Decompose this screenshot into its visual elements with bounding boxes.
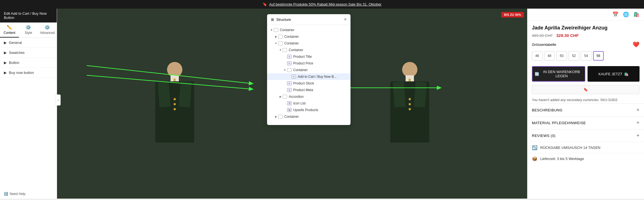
wishlist-button[interactable]: 🔖 bbox=[532, 85, 640, 94]
accordion-reviews[interactable]: REVIEWS (0) + bbox=[527, 129, 644, 142]
tab-content[interactable]: ✏️ Content bbox=[0, 22, 19, 38]
add-to-cart-row: 🔄 IN DEN WARENKORB LEGEN KAUFE JETZT 🛍️ bbox=[527, 64, 644, 84]
menu-item-button[interactable]: ▶ Button bbox=[0, 58, 57, 68]
cart-btn-label: IN DEN WARENKORB LEGEN bbox=[541, 70, 583, 78]
icon-product-price: ≡ bbox=[287, 61, 292, 65]
globe-icon[interactable]: 🌐 bbox=[623, 11, 629, 18]
tree-upsells-products[interactable]: 🛍 Upsells Products bbox=[267, 107, 351, 113]
tab-advanced-label: Advanced bbox=[40, 31, 55, 35]
structure-close-button[interactable]: × bbox=[344, 17, 347, 22]
buy-btn-icon: 🛍️ bbox=[624, 72, 628, 76]
sidebar-header: Edit Add to Cart / Buy Now Button bbox=[0, 9, 57, 22]
tree-add-to-cart[interactable]: ≡ Add to Cart / Buy Now B... bbox=[267, 73, 351, 80]
lieferzeit-text: Lieferzeit: 3 bis 5 Werktage bbox=[540, 157, 584, 161]
accordion-material[interactable]: MATERIAL PFLEGEHINWEISE + bbox=[527, 116, 644, 129]
label-container4: Container bbox=[289, 48, 303, 52]
label-container5: Container bbox=[293, 68, 308, 72]
toggle-container4[interactable]: ▼ bbox=[278, 48, 283, 52]
tree-product-stock[interactable]: ≡ Product Stock bbox=[267, 80, 351, 87]
tree-container4[interactable]: ▼ Container bbox=[267, 47, 351, 53]
toggle-accordion[interactable]: ▶ bbox=[278, 94, 283, 99]
structure-grid-icon: ⊞ bbox=[271, 18, 274, 22]
label-container2: Container bbox=[284, 35, 299, 39]
tree-container1[interactable]: ▼ Container bbox=[267, 27, 351, 33]
size-table-row: Grössentabelle ❤️ bbox=[527, 40, 644, 50]
buy-now-button[interactable]: KAUFE JETZT 🛍️ bbox=[588, 66, 640, 82]
toggle-container2[interactable]: ▶ bbox=[274, 34, 278, 39]
price-sale: 328.30 CHF bbox=[556, 33, 579, 38]
info-row-lieferzeit: 📦 Lieferzeit: 3 bis 5 Werktage bbox=[527, 153, 644, 164]
calendar-icon[interactable]: 📅 bbox=[612, 11, 618, 18]
hamburger-line-2 bbox=[60, 15, 66, 15]
icon-container6 bbox=[278, 115, 283, 119]
add-to-cart-button[interactable]: 🔄 IN DEN WARENKORB LEGEN bbox=[532, 66, 585, 82]
cart-panel-icon[interactable]: 🛍️ bbox=[633, 11, 640, 18]
icon-product-title: ≡ bbox=[287, 55, 292, 59]
label-product-meta: Product Meta bbox=[293, 88, 313, 92]
help-label[interactable]: Need Help bbox=[10, 192, 26, 196]
tree-container6[interactable]: ▶ Container bbox=[267, 113, 351, 120]
canvas-area: BIS ZU 30% bbox=[57, 9, 527, 199]
icon-product-meta: ≡ bbox=[287, 88, 292, 92]
size-btn-46[interactable]: 46 bbox=[532, 51, 542, 61]
menu-item-buy-now[interactable]: ▶ Buy now button bbox=[0, 68, 57, 78]
advanced-icon: ⚙️ bbox=[45, 25, 50, 30]
icon-container5 bbox=[287, 68, 292, 72]
structure-panel: ⊞ Structure × ▼ Container ▶ Container bbox=[267, 14, 351, 125]
hamburger-line-3 bbox=[60, 16, 66, 17]
size-btn-52[interactable]: 52 bbox=[569, 51, 579, 61]
size-btn-56[interactable]: 56 bbox=[593, 51, 604, 61]
tree-accordion[interactable]: ▶ Accordion bbox=[267, 93, 351, 100]
announcement-link[interactable]: Auf bestimmte Produkte 50% Rabatt Mid-se… bbox=[269, 2, 382, 6]
info-row-rueckgabe: ↩️ RÜCKGABE UMSAUSCH 14 TAGEN bbox=[527, 142, 644, 153]
structure-tree: ▼ Container ▶ Container ▼ Container bbox=[267, 25, 351, 125]
tree-container2[interactable]: ▶ Container bbox=[267, 33, 351, 40]
toggle-container3[interactable]: ▼ bbox=[274, 41, 278, 46]
tree-container3[interactable]: ▼ Container bbox=[267, 40, 351, 47]
toggle-container6[interactable]: ▶ bbox=[274, 114, 278, 119]
tree-more-dots: ... bbox=[267, 120, 351, 125]
menu-item-general[interactable]: ▶ General bbox=[0, 38, 57, 48]
tree-product-title[interactable]: ≡ Product Title bbox=[267, 53, 351, 60]
tab-advanced[interactable]: ⚙️ Advanced bbox=[38, 22, 57, 38]
sidebar-tabs: ✏️ Content ⚙️ Style ⚙️ Advanced bbox=[0, 22, 57, 38]
structure-panel-header: ⊞ Structure × bbox=[267, 14, 351, 25]
size-btn-48[interactable]: 48 bbox=[544, 51, 555, 61]
toggle-container5[interactable]: ▼ bbox=[283, 68, 287, 72]
wishlist-heart-icon[interactable]: ❤️ bbox=[633, 41, 640, 48]
toggle-container1[interactable]: ▼ bbox=[269, 28, 274, 32]
label-container6: Container bbox=[284, 115, 299, 119]
icon-accordion bbox=[283, 95, 287, 99]
tab-style-label: Style bbox=[25, 31, 32, 35]
accordion-beschreibung[interactable]: BESCHREIBUNG + bbox=[527, 104, 644, 116]
content-icon: ✏️ bbox=[7, 25, 12, 30]
menu-general-label: General bbox=[9, 41, 22, 45]
accordion-material-label: MATERIAL PFLEGEHINWEISE bbox=[532, 121, 586, 125]
suit-figure-left bbox=[57, 9, 292, 199]
buy-btn-label: KAUFE JETZT bbox=[598, 72, 622, 76]
lieferzeit-icon: 📦 bbox=[532, 156, 537, 161]
size-btn-54[interactable]: 54 bbox=[581, 51, 591, 61]
icon-upsells: 🛍 bbox=[287, 108, 292, 112]
hamburger-menu[interactable] bbox=[60, 13, 66, 17]
sku-text: SKU:31603 bbox=[599, 98, 617, 102]
tree-container5[interactable]: ▼ Container bbox=[267, 67, 351, 73]
sidebar-collapse-button[interactable]: ‹ bbox=[56, 94, 61, 106]
product-price-row: 469.00 CHF 328.30 CHF bbox=[527, 32, 644, 40]
product-image-left[interactable] bbox=[57, 9, 292, 199]
wishlist-bookmark-icon: 🔖 bbox=[583, 88, 588, 92]
sidebar: Edit Add to Cart / Buy Now Button ✏️ Con… bbox=[0, 9, 57, 199]
accordion-beschreibung-label: BESCHREIBUNG bbox=[532, 108, 562, 112]
accordion-plus-reviews: + bbox=[636, 133, 640, 139]
structure-header-left: ⊞ Structure bbox=[271, 18, 291, 22]
sidebar-footer: ℹ️ Need Help bbox=[0, 189, 57, 199]
rueckgabe-text: RÜCKGABE UMSAUSCH 14 TAGEN bbox=[540, 146, 600, 150]
product-panel-header: 📅 🌐 🛍️ bbox=[527, 9, 644, 21]
size-btn-50[interactable]: 50 bbox=[556, 51, 567, 61]
label-container1: Container bbox=[280, 28, 294, 32]
tab-style[interactable]: ⚙️ Style bbox=[19, 22, 38, 38]
menu-item-swatches[interactable]: ▶ Swatches bbox=[0, 48, 57, 58]
tree-icon-list[interactable]: ☰ Icon List bbox=[267, 100, 351, 107]
tree-product-meta[interactable]: ≡ Product Meta bbox=[267, 87, 351, 93]
tree-product-price[interactable]: ≡ Product Price bbox=[267, 60, 351, 67]
